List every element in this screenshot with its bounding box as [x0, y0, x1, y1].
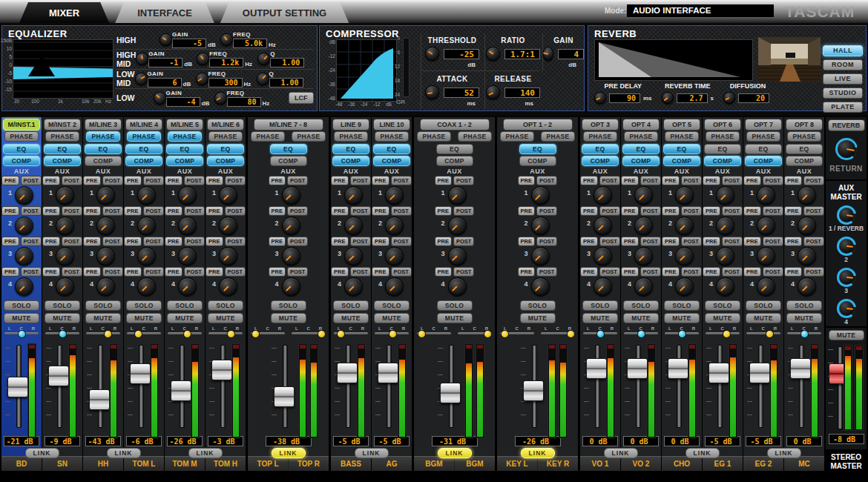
link-button[interactable]: LINK: [272, 448, 306, 458]
aux-knob[interactable]: [282, 277, 300, 296]
master-db-value[interactable]: -8 dB: [829, 434, 864, 444]
aux-knob[interactable]: [757, 186, 775, 205]
pan-dot[interactable]: [389, 330, 397, 338]
aux-knob[interactable]: [344, 217, 363, 235]
pan-dot[interactable]: [501, 330, 509, 338]
mute-button[interactable]: MUTE: [582, 313, 618, 323]
pan-dot[interactable]: [18, 330, 26, 338]
aux-knob[interactable]: [531, 217, 550, 235]
pan-control[interactable]: LCR: [168, 326, 202, 339]
aux-knob[interactable]: [675, 247, 694, 265]
mode-value-box[interactable]: AUDIO INTERFACE: [627, 4, 774, 17]
solo-button[interactable]: SOLO: [271, 300, 306, 311]
value-box[interactable]: 1.00: [270, 58, 304, 67]
channel-input-button[interactable]: OPT 1 - 2: [503, 119, 573, 131]
knob[interactable]: [135, 73, 148, 85]
link-button[interactable]: LINK: [604, 448, 638, 458]
eq-button[interactable]: EQ: [125, 144, 162, 154]
phase-button[interactable]: PHASE: [541, 131, 575, 142]
aux-knob[interactable]: [219, 277, 237, 296]
phase-button[interactable]: PHASE: [4, 131, 39, 142]
aux-knob[interactable]: [634, 186, 653, 205]
fader-knob[interactable]: [211, 360, 232, 380]
fader-knob[interactable]: [586, 358, 607, 379]
mute-button[interactable]: MUTE: [126, 313, 162, 323]
comp-button[interactable]: COMP: [85, 156, 122, 166]
pan-control[interactable]: LCR: [334, 326, 368, 339]
aux-knob[interactable]: [594, 247, 612, 265]
solo-button[interactable]: SOLO: [623, 300, 659, 311]
aux-master-knob[interactable]: [837, 268, 856, 287]
value-box[interactable]: 20: [738, 93, 769, 103]
aux-knob[interactable]: [757, 217, 775, 235]
aux-knob[interactable]: [757, 277, 775, 296]
pan-dot[interactable]: [318, 330, 326, 338]
pan-control[interactable]: LCR: [706, 326, 740, 339]
aux-knob[interactable]: [594, 277, 612, 296]
aux-knob[interactable]: [385, 277, 404, 296]
pan-control[interactable]: LCR: [665, 326, 699, 339]
reverb-type-plate[interactable]: PLATE: [823, 102, 863, 113]
fader-track[interactable]: [677, 345, 682, 428]
eq-button[interactable]: EQ: [519, 144, 556, 154]
mute-button[interactable]: MUTE: [333, 313, 369, 323]
comp-button[interactable]: COMP: [519, 156, 556, 166]
phase-button[interactable]: PHASE: [458, 131, 492, 142]
pan-dot[interactable]: [567, 330, 575, 338]
channel-input-button[interactable]: M/LINE 6: [207, 119, 244, 131]
pan-dot[interactable]: [637, 330, 645, 338]
aux-master-knob[interactable]: [837, 299, 856, 318]
fader-track[interactable]: [595, 345, 600, 428]
value-box[interactable]: 5.0k: [233, 39, 267, 48]
aux-knob[interactable]: [344, 247, 363, 265]
fader-knob[interactable]: [627, 358, 648, 379]
link-button[interactable]: LINK: [767, 448, 801, 458]
eq-button[interactable]: EQ: [786, 144, 823, 154]
comp-button[interactable]: COMP: [332, 156, 369, 166]
aux-master-knob[interactable]: [837, 237, 856, 256]
value-box[interactable]: -5: [172, 39, 206, 48]
solo-button[interactable]: SOLO: [167, 300, 203, 311]
eq-button[interactable]: EQ: [373, 144, 410, 154]
knob[interactable]: [214, 92, 227, 105]
channel-input-button[interactable]: COAX 1 - 2: [420, 119, 490, 131]
aux-knob[interactable]: [219, 247, 237, 265]
channel-input-button[interactable]: M/INST 2: [44, 119, 81, 131]
phase-button[interactable]: PHASE: [583, 131, 617, 142]
eq-button[interactable]: EQ: [332, 144, 369, 154]
solo-button[interactable]: SOLO: [746, 300, 781, 311]
solo-button[interactable]: SOLO: [664, 300, 700, 311]
aux-knob[interactable]: [531, 186, 550, 205]
fader-track[interactable]: [139, 345, 144, 428]
value-box[interactable]: 4: [558, 49, 584, 59]
value-box[interactable]: 1.7:1: [504, 49, 540, 59]
channel-input-button[interactable]: OPT 5: [663, 119, 700, 131]
phase-button[interactable]: PHASE: [334, 131, 368, 142]
fader-track[interactable]: [98, 345, 103, 428]
channel-input-button[interactable]: OPT 8: [786, 119, 823, 131]
solo-button[interactable]: SOLO: [126, 300, 162, 311]
phase-button[interactable]: PHASE: [127, 131, 161, 142]
mute-button[interactable]: MUTE: [746, 313, 781, 323]
fader-track[interactable]: [799, 345, 804, 428]
pan-control[interactable]: LCR: [251, 326, 285, 339]
reverb-type-hall[interactable]: HALL: [823, 45, 863, 56]
comp-button[interactable]: COMP: [663, 156, 700, 166]
eq-button[interactable]: EQ: [436, 144, 473, 154]
channel-input-button[interactable]: OPT 3: [582, 119, 619, 131]
pan-control[interactable]: LCR: [417, 326, 451, 339]
knob[interactable]: [160, 33, 172, 46]
value-box[interactable]: 6: [148, 78, 182, 88]
comp-button[interactable]: COMP: [786, 156, 823, 166]
phase-button[interactable]: PHASE: [706, 131, 740, 142]
aux-knob[interactable]: [178, 247, 197, 265]
aux-knob[interactable]: [448, 217, 467, 235]
aux-knob[interactable]: [96, 186, 115, 205]
pan-control[interactable]: LCR: [746, 326, 780, 339]
aux-knob[interactable]: [798, 217, 816, 235]
knob[interactable]: [486, 47, 500, 61]
value-box[interactable]: -1: [148, 58, 183, 67]
mute-button[interactable]: MUTE: [520, 313, 556, 323]
value-box[interactable]: 52: [444, 88, 479, 98]
aux-knob[interactable]: [178, 186, 197, 205]
